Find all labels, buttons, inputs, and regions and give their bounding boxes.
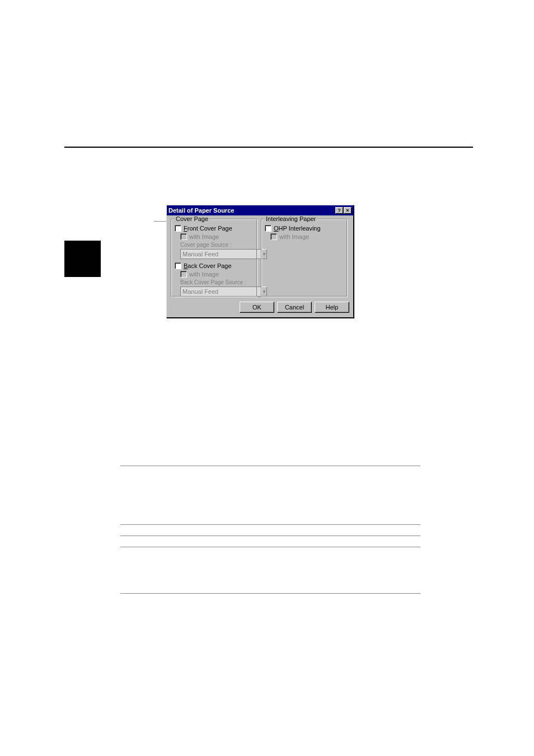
cover-page-legend: Cover Page xyxy=(175,215,209,222)
interleaving-group: Interleaving Paper OHP Interleaving with… xyxy=(261,219,348,297)
checkbox-icon xyxy=(175,225,181,232)
back-cover-page-label: ack Cover Page xyxy=(188,262,231,269)
checkbox-icon xyxy=(270,233,277,240)
ok-button[interactable]: OK xyxy=(240,302,274,313)
help-icon[interactable]: ? xyxy=(335,207,343,214)
front-cover-page-checkbox[interactable]: Front Cover Page xyxy=(175,225,254,232)
back-with-image-label: with Image xyxy=(189,271,219,278)
dialog-buttons: OK Cancel Help xyxy=(167,302,353,317)
help-button[interactable]: Help xyxy=(315,302,349,313)
divider xyxy=(120,593,420,594)
cancel-button[interactable]: Cancel xyxy=(277,302,312,313)
titlebar: Detail of Paper Source ? × xyxy=(167,205,353,215)
cover-page-source-label: Cover page Source : xyxy=(180,242,254,248)
close-icon[interactable]: × xyxy=(344,207,352,214)
interleaving-with-image-label: with Image xyxy=(279,233,309,240)
checkbox-icon xyxy=(175,262,181,269)
dialog-body: Cover Page Front Cover Page with Image C… xyxy=(167,215,353,302)
back-cover-page-checkbox[interactable]: Back Cover Page xyxy=(175,262,254,269)
divider xyxy=(120,524,420,525)
interleaving-with-image-checkbox: with Image xyxy=(270,233,344,240)
cover-page-group: Cover Page Front Cover Page with Image C… xyxy=(171,219,257,297)
divider xyxy=(120,466,420,466)
front-cover-page-label: ront Cover Page xyxy=(188,225,232,232)
checkbox-icon xyxy=(265,225,271,232)
cover-page-source-value xyxy=(180,249,261,259)
ohp-interleaving-label: HP Interleaving xyxy=(279,225,321,232)
cover-page-source-select: ▼ xyxy=(180,249,247,259)
dialog-title: Detail of Paper Source xyxy=(168,207,335,214)
checkbox-icon xyxy=(180,271,187,278)
back-with-image-checkbox: with Image xyxy=(180,271,254,278)
ohp-interleaving-checkbox[interactable]: OHP Interleaving xyxy=(265,225,344,232)
front-with-image-checkbox: with Image xyxy=(180,233,254,240)
detail-of-paper-source-dialog: Detail of Paper Source ? × Cover Page Fr… xyxy=(166,205,354,318)
checkbox-icon xyxy=(180,233,187,240)
divider xyxy=(64,147,473,148)
interleaving-legend: Interleaving Paper xyxy=(265,215,317,222)
back-cover-source-select: ▼ xyxy=(180,287,247,297)
front-with-image-label: with Image xyxy=(189,233,219,240)
back-cover-source-value xyxy=(180,287,261,297)
back-cover-source-label: Back Cover Page Source : xyxy=(180,279,254,285)
divider xyxy=(120,547,420,547)
page-marker xyxy=(64,241,101,277)
divider xyxy=(120,536,420,536)
